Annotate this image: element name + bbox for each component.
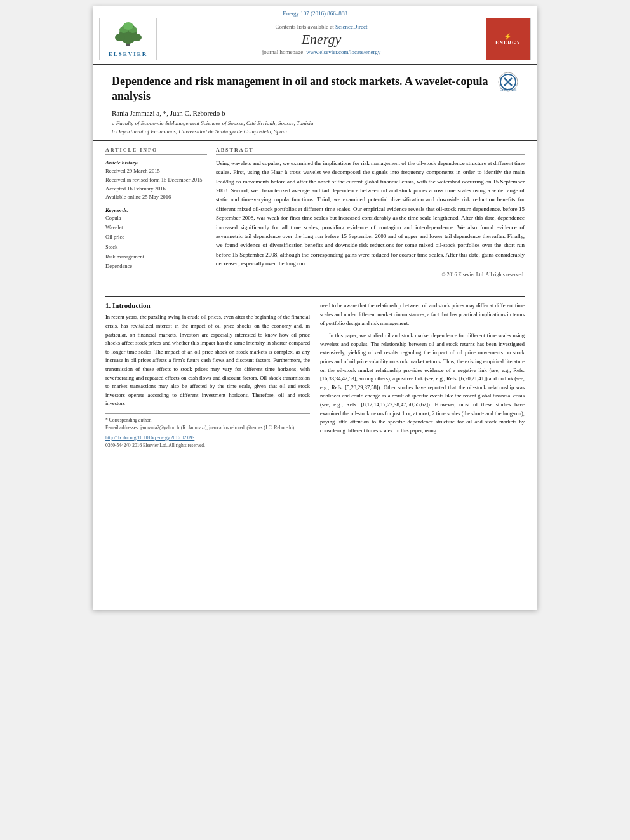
intro-paragraph-1: In recent years, the puzzling swing in c…	[105, 313, 310, 408]
abstract-text: Using wavelets and copulas, we examined …	[216, 159, 525, 269]
crossmark-icon: CrossMark	[498, 72, 518, 92]
elsevier-logo-area: ELSEVIER	[100, 18, 157, 60]
journal-banner-center: Contents lists available at ScienceDirec…	[157, 18, 486, 60]
body-content: 1. Introduction In recent years, the puz…	[93, 284, 537, 456]
section-1-title: 1. Introduction	[105, 302, 310, 309]
article-info-abstract-section: ARTICLE INFO Article history: Received 2…	[93, 141, 537, 285]
keyword-stock: Stock	[105, 243, 207, 252]
sciencedirect-anchor[interactable]: ScienceDirect	[335, 23, 367, 30]
corresponding-author: * Corresponding author.	[105, 417, 310, 424]
journal-banner: ELSEVIER Contents lists available at Sci…	[99, 18, 531, 60]
article-info-label: ARTICLE INFO	[105, 147, 207, 155]
body-left-col: 1. Introduction In recent years, the puz…	[105, 302, 310, 450]
elsevier-logo: ELSEVIER	[109, 21, 148, 57]
authors: Rania Jammazi a, *, Juan C. Reboredo b	[112, 109, 518, 117]
keywords-list: Copula Wavelet Oil price Stock Risk mana…	[105, 213, 207, 272]
doi-link[interactable]: http://dx.doi.org/10.1016/j.energy.2016.…	[105, 434, 310, 442]
email-addresses: E-mail addresses: jamrania2@yahoo.fr (R.…	[105, 424, 310, 432]
journal-header: Energy 107 (2016) 866–888 ELSEVIER	[93, 6, 537, 65]
keywords-label: Keywords:	[105, 207, 207, 213]
energy-icon-area: ⚡ ENERGY	[486, 18, 530, 60]
available-date: Available online 25 May 2016	[105, 193, 207, 202]
keyword-wavelet: Wavelet	[105, 223, 207, 232]
abstract-column: ABSTRACT Using wavelets and copulas, we …	[216, 147, 525, 278]
homepage-link[interactable]: www.elsevier.com/locate/energy	[306, 49, 380, 55]
keywords-block: Keywords: Copula Wavelet Oil price Stock…	[105, 207, 207, 272]
elsevier-tree-icon	[112, 21, 144, 50]
received-date: Received 29 March 2015	[105, 167, 207, 176]
svg-point-6	[123, 22, 133, 30]
article-info-column: ARTICLE INFO Article history: Received 2…	[105, 147, 207, 278]
keyword-dependence: Dependence	[105, 262, 207, 271]
history-label: Article history:	[105, 159, 207, 168]
keyword-risk: Risk management	[105, 252, 207, 262]
article-history: Article history: Received 29 March 2015 …	[105, 159, 207, 202]
elsevier-text: ELSEVIER	[109, 51, 148, 57]
abstract-label: ABSTRACT	[216, 147, 525, 155]
keyword-oil-price: Oil price	[105, 232, 207, 242]
issn-line: 0360-5442/© 2016 Elsevier Ltd. All right…	[105, 442, 310, 450]
accepted-date: Accepted 16 February 2016	[105, 185, 207, 194]
journal-homepage: journal homepage: www.elsevier.com/locat…	[262, 49, 381, 55]
intro-paragraph-2: need to be aware that the relationship b…	[320, 302, 525, 435]
journal-name: Energy	[302, 31, 342, 48]
svg-point-3	[131, 34, 142, 41]
svg-text:CrossMark: CrossMark	[500, 88, 517, 91]
body-divider	[105, 296, 525, 297]
article-header: Dependence and risk management in oil an…	[93, 65, 537, 141]
keyword-copula: Copula	[105, 213, 207, 223]
body-right-col: need to be aware that the relationship b…	[320, 302, 525, 450]
footnotes: * Corresponding author. E-mail addresses…	[105, 413, 310, 450]
revised-date: Received in revised form 16 December 201…	[105, 176, 207, 185]
affiliations: a Faculty of Economic &Management Scienc…	[112, 119, 518, 137]
svg-point-2	[115, 34, 125, 41]
article-title: Dependence and risk management in oil an…	[112, 74, 492, 104]
body-two-col: 1. Introduction In recent years, the puz…	[105, 302, 525, 450]
copyright: © 2016 Elsevier Ltd. All rights reserved…	[216, 272, 525, 277]
journal-ref: Energy 107 (2016) 866–888	[93, 10, 537, 17]
page: Energy 107 (2016) 866–888 ELSEVIER	[93, 6, 537, 610]
energy-icon: ⚡ ENERGY	[495, 33, 521, 46]
sciencedirect-link: Contents lists available at ScienceDirec…	[276, 23, 368, 30]
